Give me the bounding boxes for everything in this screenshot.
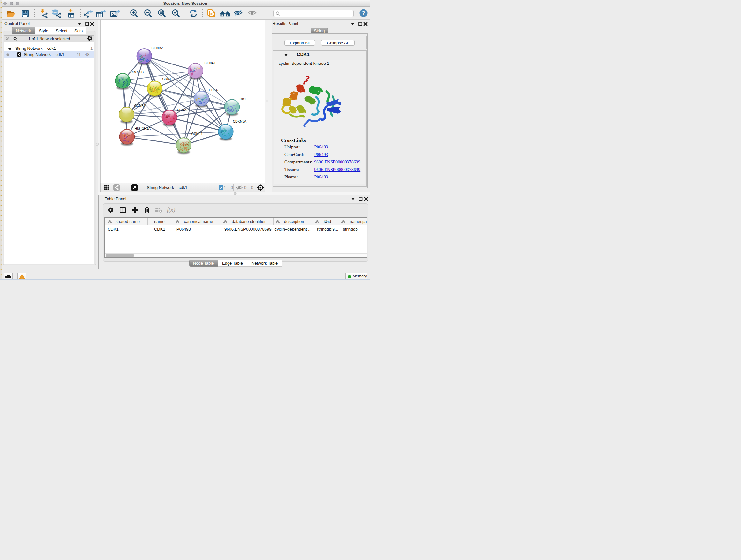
svg-text:CCNA2: CCNA2 [177,108,189,112]
svg-text:CCNA1: CCNA1 [205,61,216,65]
svg-text:CCNE1: CCNE1 [192,132,203,136]
svg-text:CCNB1: CCNB1 [134,104,146,108]
svg-text:HIST1H1A: HIST1H1A [135,126,151,130]
svg-text:CDK1: CDK1 [162,77,172,81]
svg-text:?: ? [362,10,365,16]
svg-text:CDC25B: CDC25B [131,70,144,74]
svg-text:RB1: RB1 [240,97,246,101]
svg-text:CDKN1A: CDKN1A [233,119,247,123]
svg-text:CDC6: CDC6 [209,88,218,92]
svg-text:CCNB2: CCNB2 [151,46,163,50]
